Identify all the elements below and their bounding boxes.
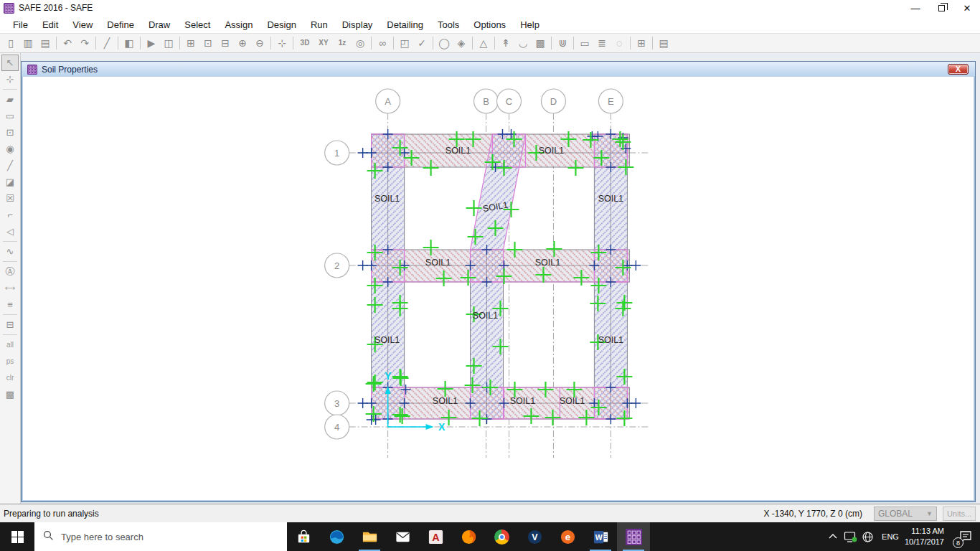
check-model-button[interactable]: ✓: [413, 34, 430, 52]
save-model-button[interactable]: ▤: [37, 34, 54, 52]
open-model-button[interactable]: ▥: [19, 34, 37, 52]
draw-curve-button[interactable]: ∿: [1, 243, 19, 260]
quick-draw-slab-button[interactable]: ◪: [1, 174, 19, 190]
draw-polyline-button[interactable]: ⌐: [1, 207, 19, 223]
chrome-taskbar-button[interactable]: [485, 522, 518, 551]
select-all-button[interactable]: all: [1, 336, 19, 353]
taskbar-search[interactable]: [34, 522, 287, 551]
search-input[interactable]: [61, 532, 262, 542]
draw-beam-line-button[interactable]: ╱: [1, 157, 19, 174]
draw-section-cut-button[interactable]: ⊟: [1, 316, 19, 333]
window-layout-button[interactable]: ◰: [396, 34, 413, 52]
menu-display[interactable]: Display: [335, 17, 380, 32]
menu-edit[interactable]: Edit: [35, 17, 65, 32]
select-pointer-button[interactable]: ↖: [1, 55, 19, 71]
start-button[interactable]: [0, 522, 34, 551]
clock[interactable]: 11:13 AM 10/17/2017: [905, 526, 944, 547]
soil-properties-title-bar[interactable]: Soil Properties X: [22, 62, 975, 77]
firefox-taskbar-button[interactable]: [452, 522, 485, 551]
run-analysis-button[interactable]: ▶: [143, 34, 160, 52]
menu-view[interactable]: View: [65, 17, 100, 32]
mail-taskbar-button[interactable]: [386, 522, 419, 551]
language-indicator[interactable]: ENG: [882, 532, 899, 541]
strip-layer-button[interactable]: ⋓: [554, 34, 571, 52]
show-pattern-button[interactable]: ▩: [532, 34, 549, 52]
tray-monitor-icon[interactable]: [842, 531, 859, 543]
view-plan-button[interactable]: XY: [314, 34, 333, 52]
coordinate-system-select[interactable]: GLOBAL ▼: [874, 507, 937, 521]
menu-file[interactable]: File: [6, 17, 35, 32]
draw-point-slab-button[interactable]: ⊡: [1, 124, 19, 141]
draw-opening-button[interactable]: △: [475, 34, 492, 52]
toolbar-separator: [95, 37, 96, 50]
draw-tendon-button[interactable]: ↟: [497, 34, 514, 52]
clear-selection-button[interactable]: clr: [1, 369, 19, 386]
redo-button[interactable]: ↷: [76, 34, 93, 52]
menu-assign[interactable]: Assign: [217, 17, 260, 32]
new-model-button[interactable]: ▯: [2, 34, 19, 52]
refresh-view-button[interactable]: ╱: [98, 34, 116, 52]
object-shading-button[interactable]: ∞: [374, 34, 391, 52]
restore-button[interactable]: [928, 0, 954, 16]
load-cases-button[interactable]: ≣: [593, 34, 611, 52]
draw-dimension-line-button[interactable]: ⟷: [1, 280, 19, 296]
draw-rect-slab-button[interactable]: ▭: [1, 108, 19, 124]
draw-slab-area-button[interactable]: ▰: [1, 91, 19, 108]
menu-options[interactable]: Options: [466, 17, 513, 32]
units-button[interactable]: Units...: [943, 507, 976, 521]
pan-button[interactable]: ⊹: [273, 34, 291, 52]
svg-text:e: e: [565, 532, 570, 542]
file-explorer-taskbar-button[interactable]: [353, 522, 386, 551]
previous-zoom-button[interactable]: ⊟: [217, 34, 234, 52]
undo-button[interactable]: ↶: [59, 34, 76, 52]
quick-draw-opening-button[interactable]: ☒: [1, 190, 19, 207]
menu-define[interactable]: Define: [100, 17, 141, 32]
run-detailing-button[interactable]: ◫: [160, 34, 177, 52]
soil-pressure-button[interactable]: ▭: [576, 34, 593, 52]
notification-center-button[interactable]: 8: [951, 522, 980, 551]
drawing-client-area: ABCDE1234SOIL1SOIL1SOIL1SOIL1SOIL1SOIL1S…: [23, 77, 974, 500]
menu-run[interactable]: Run: [303, 17, 335, 32]
child-close-button[interactable]: X: [948, 64, 969, 75]
show-selection-only-button[interactable]: ◌: [611, 34, 628, 52]
snap-options-button[interactable]: ▩: [1, 386, 19, 402]
autocad-taskbar-button[interactable]: A: [419, 522, 452, 551]
zoom-out-button[interactable]: ⊖: [251, 34, 268, 52]
menu-select[interactable]: Select: [177, 17, 217, 32]
draw-design-strip-button[interactable]: ≡: [1, 296, 19, 313]
rotate-3d-view-button[interactable]: ◎: [352, 34, 369, 52]
draw-dimension-label-button[interactable]: Ⓐ: [1, 263, 19, 280]
zoom-in-button[interactable]: ⊕: [234, 34, 251, 52]
view-elevation-button[interactable]: 1z: [333, 34, 352, 52]
word-taskbar-button[interactable]: W: [584, 522, 617, 551]
lock-model-button[interactable]: ◧: [121, 34, 138, 52]
menu-detailing[interactable]: Detailing: [380, 17, 430, 32]
reshape-object-button[interactable]: ⊹: [1, 71, 19, 88]
tendon-profile-button[interactable]: ◡: [514, 34, 532, 52]
draw-drop-panel-button[interactable]: ◈: [453, 34, 470, 52]
download-manager-taskbar-button[interactable]: e: [551, 522, 584, 551]
close-button[interactable]: ✕: [954, 0, 980, 16]
draw-point-object-button[interactable]: ◉: [1, 141, 19, 157]
menu-help[interactable]: Help: [513, 17, 547, 32]
edge-browser-taskbar-button[interactable]: [320, 522, 353, 551]
view-3d-button[interactable]: 3D: [296, 34, 314, 52]
menu-tools[interactable]: Tools: [430, 17, 466, 32]
minimize-button[interactable]: —: [903, 0, 928, 16]
safe-2016-taskbar-button[interactable]: [617, 522, 650, 551]
report-button[interactable]: ▤: [655, 34, 672, 52]
tray-chevron-up-icon[interactable]: [824, 534, 842, 540]
microsoft-store-taskbar-button[interactable]: [287, 522, 320, 551]
soil-plan-canvas[interactable]: ABCDE1234SOIL1SOIL1SOIL1SOIL1SOIL1SOIL1S…: [23, 77, 974, 500]
restore-full-view-button[interactable]: ⊡: [199, 34, 217, 52]
tray-network-globe-icon[interactable]: [859, 531, 876, 543]
rubber-band-zoom-button[interactable]: ⊞: [182, 34, 199, 52]
database-tables-button[interactable]: ⊞: [633, 34, 650, 52]
v-player-taskbar-button[interactable]: V: [518, 522, 551, 551]
menu-draw[interactable]: Draw: [141, 17, 177, 32]
previous-selection-button[interactable]: ps: [1, 353, 19, 369]
menu-design[interactable]: Design: [260, 17, 303, 32]
draw-wall-button[interactable]: ◁: [1, 223, 19, 240]
tray-time: 11:13 AM: [905, 526, 944, 537]
draw-column-button[interactable]: ◯: [435, 34, 453, 52]
